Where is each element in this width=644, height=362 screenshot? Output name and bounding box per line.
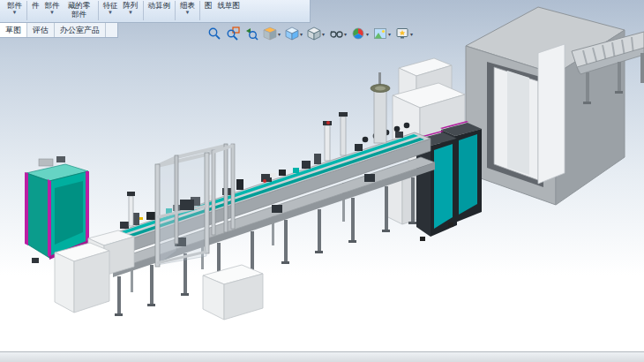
ribbon-item-exploded-view[interactable]: 图	[202, 1, 215, 10]
view-orientation-button[interactable]: ▾	[284, 26, 303, 41]
status-bar	[0, 351, 644, 362]
apply-scene-icon	[373, 26, 387, 41]
dropdown-caret-icon: ▼	[12, 10, 18, 16]
view-orientation-icon	[285, 26, 299, 41]
tab-sketch[interactable]: 草图	[0, 23, 27, 37]
ribbon-item-label: 部件	[7, 1, 22, 10]
dropdown-caret-icon: ▾	[278, 31, 281, 37]
zoom-to-area-icon	[226, 26, 240, 41]
ribbon-tab-bar: 草图 评估 办公室产品	[0, 23, 118, 38]
ribbon-separator	[26, 1, 27, 20]
dropdown-caret-icon: ▾	[410, 31, 413, 37]
dropdown-caret-icon: ▾	[322, 31, 325, 37]
zoom-to-fit-button[interactable]	[206, 26, 222, 41]
zoom-to-area-button[interactable]	[225, 26, 241, 41]
previous-view-icon	[244, 26, 258, 41]
dropdown-caret-icon: ▼	[108, 10, 113, 16]
tab-label: 草图	[5, 25, 21, 36]
tab-label: 办公室产品	[60, 25, 100, 36]
tab-evaluate[interactable]: 评估	[27, 23, 55, 37]
dropdown-caret-icon: ▾	[366, 31, 369, 37]
ribbon-item-label: 阵列	[124, 1, 139, 10]
view-settings-icon	[395, 26, 409, 41]
heads-up-view-toolbar: ▾ ▾ ▾ ▾ ▾ ▾ ▾	[206, 26, 414, 41]
tab-office-products[interactable]: 办公室产品	[55, 23, 106, 37]
ribbon-separator	[175, 1, 176, 20]
ribbon-item-insert-components[interactable]: 部件 ▼	[4, 1, 25, 16]
ribbon-item-label: 藏的零部件	[65, 1, 94, 19]
edit-appearance-icon	[351, 26, 365, 41]
dropdown-caret-icon: ▾	[300, 31, 303, 37]
white-box-center[interactable]	[203, 265, 263, 320]
previous-view-button[interactable]	[243, 26, 259, 41]
ribbon-item-label: 部件	[45, 1, 60, 10]
ribbon-separator	[199, 1, 200, 20]
solidworks-window: 部件 ▼ 件 部件 ▼ 藏的零部件 特征 ▼ 阵列 ▼ 动算例 细表 ▼	[0, 0, 644, 362]
zoom-to-fit-icon	[207, 26, 221, 41]
ribbon-separator	[143, 1, 144, 20]
ribbon-item-label: 线草图	[218, 1, 241, 10]
ribbon-item-motion-study[interactable]: 动算例	[146, 1, 174, 10]
ribbon-item-2[interactable]: 部件 ▼	[42, 1, 63, 16]
section-view-icon	[263, 26, 277, 41]
ribbon-item-bom[interactable]: 细表 ▼	[177, 1, 198, 16]
large-machine-right[interactable]	[466, 7, 625, 205]
ribbon-item-pattern[interactable]: 阵列 ▼	[121, 1, 141, 16]
ribbon-item-1[interactable]: 件	[29, 1, 42, 10]
ribbon-item-label: 图	[205, 1, 213, 10]
view-settings-button[interactable]: ▾	[394, 26, 414, 41]
ribbon-item-label: 特征	[103, 1, 118, 10]
tab-label: 评估	[33, 25, 49, 36]
ribbon-item-features[interactable]: 特征 ▼	[101, 1, 121, 16]
hide-show-items-icon	[329, 26, 343, 41]
ribbon-toolbar: 部件 ▼ 件 部件 ▼ 藏的零部件 特征 ▼ 阵列 ▼ 动算例 细表 ▼	[0, 0, 311, 23]
hide-show-items-button[interactable]: ▾	[328, 26, 348, 41]
dropdown-caret-icon: ▾	[388, 31, 391, 37]
ribbon-separator	[98, 1, 99, 20]
display-style-icon	[307, 26, 321, 41]
display-style-button[interactable]: ▾	[306, 26, 326, 41]
edit-appearance-button[interactable]: ▾	[350, 26, 370, 41]
graphics-area[interactable]	[0, 0, 644, 351]
section-view-button[interactable]: ▾	[262, 26, 281, 41]
ribbon-item-label: 动算例	[148, 1, 171, 10]
apply-scene-button[interactable]: ▾	[372, 26, 392, 41]
ribbon-item-explode-sketch[interactable]: 线草图	[215, 1, 243, 10]
dropdown-caret-icon: ▼	[185, 10, 191, 16]
ribbon-item-label: 细表	[180, 1, 195, 10]
dropdown-caret-icon: ▼	[49, 10, 55, 16]
ribbon-item-hidden-components[interactable]: 藏的零部件	[63, 1, 96, 19]
dropdown-caret-icon: ▾	[344, 31, 347, 37]
ribbon-item-label: 件	[32, 1, 40, 10]
dropdown-caret-icon: ▼	[128, 10, 133, 16]
